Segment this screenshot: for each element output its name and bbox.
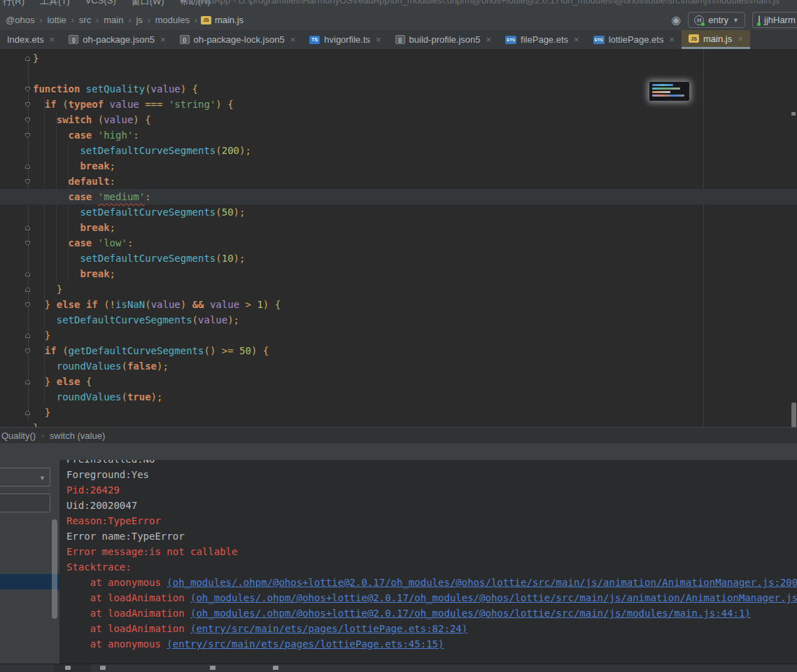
menu-item[interactable]: 工具(T) [40, 0, 70, 8]
ets-file-icon: ETS [505, 36, 516, 44]
sidebar-scrollbar-thumb[interactable] [52, 519, 57, 619]
fold-down-icon[interactable] [24, 102, 31, 108]
tab-label: main.js [703, 34, 732, 44]
fold-up-icon[interactable] [24, 225, 31, 231]
close-icon[interactable]: × [486, 34, 492, 45]
log-filter-dropdown[interactable]: ▼ [0, 468, 50, 486]
code-text: case 'low': [33, 235, 133, 251]
module-selector[interactable]: H entry ▼ [688, 12, 745, 28]
code-line: if (getDefaultCurveSegments() >= 50) { [0, 343, 797, 358]
gutter [0, 158, 33, 174]
log-search-input[interactable] [0, 493, 50, 512]
breadcrumb-item[interactable]: js [134, 15, 143, 25]
code-text: setDefaultCurveSegments(10); [33, 251, 245, 266]
fold-up-icon[interactable] [24, 163, 31, 169]
locate-target-icon[interactable]: ◉ [671, 15, 681, 26]
fold-up-icon[interactable] [24, 410, 31, 416]
tab-lottiePage.ets[interactable]: ETSlottiePage.ets× [586, 30, 682, 49]
clipped-toolbar-icon[interactable] [65, 666, 71, 670]
clipped-toolbar-icon[interactable] [100, 666, 106, 670]
error-stripe-mark[interactable] [791, 112, 796, 115]
fold-up-icon[interactable] [24, 271, 31, 277]
close-icon[interactable]: × [290, 34, 296, 45]
gutter [0, 358, 33, 374]
chevron-right-icon: › [36, 431, 50, 440]
breadcrumb-item[interactable]: src [78, 15, 92, 25]
fold-down-icon[interactable] [24, 240, 31, 246]
close-icon[interactable]: × [574, 34, 579, 45]
json5-file-icon: {} [395, 35, 405, 44]
tab-label: hvigorfile.ts [324, 34, 370, 45]
code-text: } [33, 420, 38, 427]
gutter [0, 374, 33, 389]
tab-main.js[interactable]: JSmain.js× [682, 30, 750, 49]
stacktrace-link[interactable]: (entry/src/main/ets/pages/lottiePage.ets… [190, 623, 467, 634]
fold-up-icon[interactable] [24, 55, 31, 62]
close-icon[interactable]: × [376, 34, 381, 45]
close-icon[interactable]: × [669, 34, 675, 45]
code-area[interactable]: }function setQuality(value) { if (typeof… [0, 50, 797, 427]
tab-oh-package-lock.json5[interactable]: {}oh-package-lock.json5× [173, 30, 303, 49]
stacktrace-link[interactable]: (oh_modules/.ohpm/@ohos+lottie@2.0.17/oh… [190, 592, 797, 603]
fold-down-icon[interactable] [24, 348, 31, 354]
clipped-toolbar-icon[interactable] [210, 666, 216, 670]
stacktrace-link[interactable]: (entry/src/main/ets/pages/lottiePage.ets… [167, 638, 444, 650]
log-tool-window: ▼ PreInstalled:NoForeground:YesPid:26429… [0, 460, 797, 664]
breadcrumb-item[interactable]: @ohos [4, 15, 36, 25]
clipped-toolbar-icon[interactable] [273, 666, 278, 670]
log-line: Error message:is not callable [66, 544, 797, 559]
tab-oh-package.json5[interactable]: {}oh-package.json5× [62, 30, 172, 49]
gutter [0, 66, 33, 81]
tab-label: lottiePage.ets [609, 34, 664, 45]
menu-item[interactable]: 窗口(W) [132, 0, 164, 8]
code-text: } [33, 281, 62, 297]
code-text: } [33, 50, 38, 66]
fold-up-icon[interactable] [24, 332, 31, 339]
log-output[interactable]: PreInstalled:NoForeground:YesPid:26429Ui… [59, 460, 797, 664]
code-line: } [0, 281, 797, 297]
tab-build-profile.json5[interactable]: {}build-profile.json5× [388, 30, 499, 49]
js-file-icon: JS [689, 34, 699, 43]
fold-down-icon[interactable] [24, 132, 31, 139]
fold-up-icon[interactable] [24, 379, 31, 385]
code-line: setDefaultCurveSegments(200); [0, 143, 797, 158]
code-editor[interactable]: }function setQuality(value) { if (typeof… [0, 49, 797, 427]
log-line: Uid:20020047 [66, 498, 797, 513]
breadcrumb-item[interactable]: main [102, 15, 125, 25]
gutter [0, 297, 33, 312]
menu-item[interactable]: VCS(S) [85, 0, 116, 8]
fold-down-icon[interactable] [24, 117, 31, 123]
tab-hvigorfile.ts[interactable]: TShvigorfile.ts× [302, 30, 388, 49]
breadcrumb-item[interactable]: lottie [45, 15, 67, 25]
stacktrace-link[interactable]: (oh_modules/.ohpm/@ohos+lottie@2.0.17/oh… [167, 577, 797, 588]
gutter [0, 220, 33, 235]
code-text: } [33, 328, 50, 343]
breadcrumb-inner-scope[interactable]: switch (value) [50, 430, 105, 441]
fold-up-icon[interactable] [24, 286, 31, 293]
fold-down-icon[interactable] [24, 302, 31, 308]
close-icon[interactable]: × [50, 34, 55, 45]
editor-scrollbar-thumb[interactable] [791, 402, 796, 427]
gutter [0, 112, 33, 127]
breadcrumb-current-file[interactable]: JS main.js [201, 15, 244, 25]
fold-down-icon[interactable] [24, 178, 31, 185]
device-selector[interactable]: jjhHarm [752, 12, 797, 28]
tab-filePage.ets[interactable]: ETSfilePage.ets× [498, 30, 586, 49]
chevron-right-icon: › [191, 15, 201, 25]
fold-down-icon[interactable] [24, 86, 31, 92]
close-icon[interactable]: × [738, 34, 743, 44]
close-icon[interactable]: × [160, 34, 166, 45]
menu-item[interactable]: 行(R) [3, 0, 24, 8]
code-text: case 'medium': [33, 189, 151, 204]
code-line: case 'medium': [0, 189, 797, 204]
code-line: case 'low': [0, 235, 797, 251]
breadcrumb-item[interactable]: modules [154, 15, 191, 25]
breadcrumb-scope[interactable]: Quality() [1, 430, 36, 441]
code-preview-thumbnail [649, 82, 689, 101]
stacktrace-link[interactable]: (oh_modules/.ohpm/@ohos+lottie@2.0.17/oh… [190, 608, 751, 619]
selected-list-item[interactable] [0, 574, 59, 589]
tab-label: Index.ets [7, 34, 44, 45]
chevron-right-icon: › [125, 15, 134, 25]
code-text: if (getDefaultCurveSegments() >= 50) { [33, 343, 269, 358]
tab-Index.ets[interactable]: Index.ets× [0, 30, 62, 49]
